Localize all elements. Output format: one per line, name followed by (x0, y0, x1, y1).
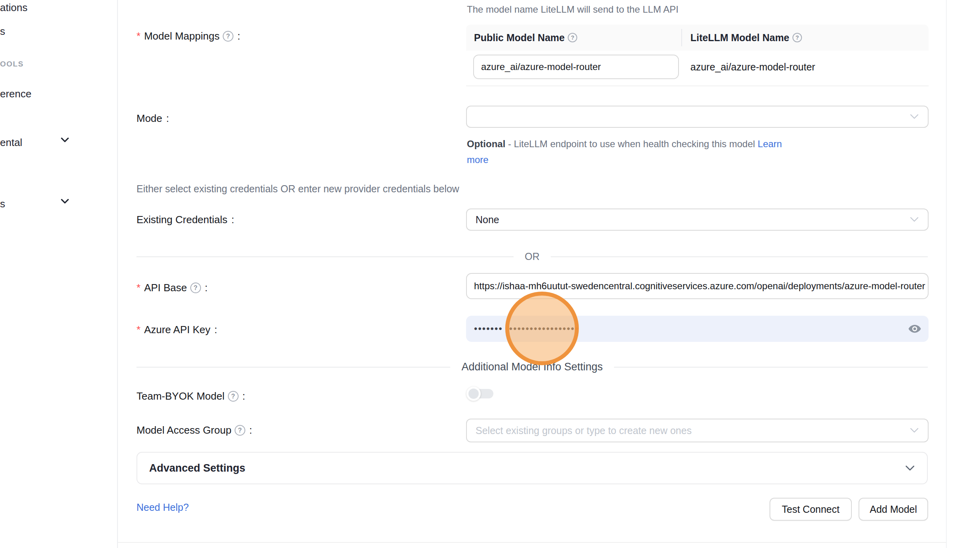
help-circle-icon[interactable]: ? (792, 33, 802, 42)
sidebar-item-ations[interactable]: ations (0, 2, 27, 14)
sidebar: ations s OOLS erence ental s (0, 0, 118, 548)
existing-credentials-select[interactable]: None (466, 209, 929, 231)
mode-help-text: Optional - LiteLLM endpoint to use when … (467, 136, 791, 168)
sidebar-item-s2[interactable]: s (0, 198, 5, 210)
team-byok-label: Team-BYOK Model ? : (136, 390, 245, 402)
help-circle-icon[interactable]: ? (568, 33, 577, 42)
masked-key-dots: ••••••• (474, 324, 503, 334)
public-model-name-input[interactable] (473, 55, 679, 79)
team-byok-toggle[interactable] (467, 388, 493, 399)
chevron-down-icon[interactable] (61, 137, 69, 144)
mode-select[interactable] (466, 106, 929, 128)
column-header-litellm-model-name: LiteLLM Model Name ? (690, 25, 802, 51)
azure-api-key-label: * Azure API Key : (136, 324, 217, 336)
eye-icon[interactable] (908, 322, 921, 336)
model-mappings-label: * Model Mappings ? : (136, 30, 240, 42)
help-circle-icon[interactable]: ? (223, 31, 233, 42)
chevron-down-icon (910, 114, 919, 120)
litellm-add-model-screen: ations s OOLS erence ental s The model n… (0, 0, 980, 548)
column-header-public-model-name: Public Model Name ? (474, 25, 577, 51)
sidebar-item-erence[interactable]: erence (0, 88, 32, 100)
test-connect-button[interactable]: Test Connect (770, 498, 852, 521)
required-asterisk: * (136, 282, 140, 294)
chevron-down-icon[interactable] (61, 199, 69, 206)
model-access-group-label: Model Access Group ? : (136, 424, 252, 436)
model-access-group-select[interactable]: Select existing groups or type to create… (466, 419, 929, 442)
need-help-link[interactable]: Need Help? (136, 502, 189, 513)
existing-credentials-label: Existing Credentials : (136, 214, 234, 226)
required-asterisk: * (136, 30, 140, 42)
model-mappings-table: Public Model Name ? LiteLLM Model Name ?… (466, 25, 929, 86)
sidebar-item-s1[interactable]: s (0, 25, 5, 38)
or-divider: OR (136, 251, 928, 262)
help-circle-icon[interactable]: ? (190, 283, 201, 293)
help-circle-icon[interactable]: ? (235, 425, 245, 436)
sidebar-divider (117, 0, 118, 548)
model-name-helper-text: The model name LiteLLM will send to the … (467, 4, 679, 15)
sidebar-section-tools: OOLS (0, 60, 24, 68)
chevron-down-icon (905, 465, 915, 472)
additional-settings-divider: Additional Model Info Settings (136, 361, 928, 373)
api-base-input[interactable]: https://ishaa-mh6uutut-swedencentral.cog… (466, 273, 929, 299)
add-model-button[interactable]: Add Model (859, 498, 928, 521)
card-bottom-border (118, 542, 946, 543)
card-right-border (946, 0, 947, 548)
required-asterisk: * (136, 324, 140, 336)
advanced-settings-panel[interactable]: Advanced Settings (136, 452, 928, 484)
credentials-note: Either select existing credentials OR en… (136, 183, 459, 195)
litellm-model-name-value: azure_ai/azure-model-router (690, 55, 815, 79)
column-divider (681, 29, 682, 46)
azure-api-key-input[interactable]: ••••••• ••••••••••••••••• (466, 316, 929, 342)
api-base-label: * API Base ? : (136, 282, 208, 294)
chevron-down-icon (910, 216, 919, 223)
masked-key-dots: ••••••••••••••••• (509, 324, 579, 334)
help-circle-icon[interactable]: ? (228, 391, 239, 402)
chevron-down-icon (910, 427, 919, 434)
sidebar-item-ental[interactable]: ental (0, 137, 22, 149)
mode-label: Mode : (136, 112, 169, 125)
